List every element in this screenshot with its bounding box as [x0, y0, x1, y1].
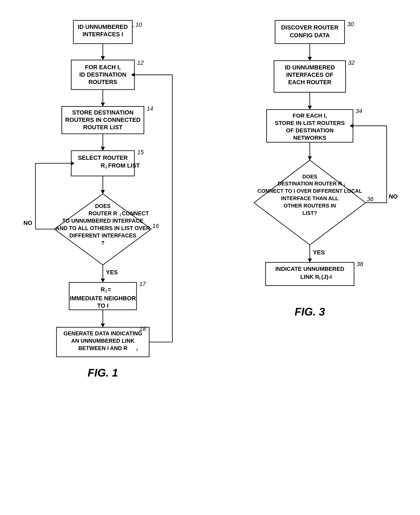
text-17c: TO I — [97, 302, 108, 309]
text-34d: NETWORKS — [293, 135, 326, 141]
ref-30: 30 — [347, 21, 354, 27]
text-16b-sub: i — [120, 213, 121, 217]
text-36e: OTHER ROUTERS IN — [284, 203, 336, 208]
text-12b: ID DESTINATION — [79, 71, 127, 78]
ref-12: 12 — [137, 59, 144, 66]
text-30b: CONFIG DATA — [290, 32, 330, 38]
fig3-label: FIG. 3 — [294, 306, 325, 318]
text-34c: OF DESTINATION — [286, 127, 333, 134]
text-10: ID UNNUMBERED — [78, 23, 128, 30]
arrowhead-17-18 — [101, 323, 105, 327]
text-16d: AND TO ALL OTHERS IN LIST OVER — [56, 225, 150, 231]
no-label-36: NO — [389, 193, 398, 200]
yes-label-16: YES — [106, 269, 118, 276]
text-38b-sub: i — [319, 276, 321, 281]
arrowhead-10-12 — [101, 56, 105, 60]
no-label-16: NO — [23, 220, 32, 226]
text-36d: INTERFACE THAN ALL — [281, 195, 338, 201]
arrowhead-15-16 — [101, 190, 105, 194]
text-10b: INTERFACES I — [82, 31, 123, 38]
text-18c: BETWEEN I AND R — [78, 345, 128, 351]
text-17a-eq: = — [108, 286, 111, 293]
fig1-panel: ID UNNUMBERED INTERFACES I 10 FOR EACH I… — [12, 10, 202, 503]
text-15b-sub: i — [106, 164, 107, 170]
text-16b: ROUTER R — [89, 210, 117, 216]
arrowhead-30-32 — [308, 57, 312, 61]
arrowhead-36-yes — [308, 259, 312, 262]
arrowhead-14-15 — [101, 147, 105, 151]
ref-36: 36 — [367, 196, 374, 202]
text-17b: IMMEDIATE NEIGHBOR — [70, 295, 136, 301]
ref-38: 38 — [357, 261, 363, 267]
text-30a: DISCOVER ROUTER — [281, 24, 338, 31]
text-14a: STORE DESTINATION — [72, 109, 134, 116]
ref-16: 16 — [152, 223, 159, 229]
diamond-36 — [254, 160, 366, 245]
fig3-panel: DISCOVER ROUTER CONFIG DATA 30 ID UNNUMB… — [218, 10, 408, 503]
ref-18: 18 — [139, 325, 146, 332]
text-38a: INDICATE UNNUMBERED — [275, 266, 344, 272]
ref-10: 10 — [135, 22, 142, 28]
ref-32: 32 — [348, 59, 355, 66]
text-32c: EACH ROUTER — [288, 79, 331, 85]
text-16c: TO UNNUMBERED INTERFACE — [62, 218, 143, 224]
arrowhead-34-36 — [308, 156, 312, 160]
fig3-svg: DISCOVER ROUTER CONFIG DATA 30 ID UNNUMB… — [218, 10, 408, 503]
text-15a: SELECT ROUTER — [78, 154, 128, 161]
fig1-svg: ID UNNUMBERED INTERFACES I 10 FOR EACH I… — [12, 10, 202, 503]
text-36f: LIST? — [302, 210, 317, 216]
arrowhead-12-14 — [101, 103, 105, 107]
ref-17: 17 — [139, 281, 146, 287]
page-wrapper: ID UNNUMBERED INTERFACES I 10 FOR EACH I… — [0, 0, 420, 515]
text-16b-rest: CONNECT — [122, 210, 149, 216]
text-15b-rest: FROM LIST — [108, 162, 140, 169]
text-15b: R — [101, 162, 105, 169]
text-17a: R — [101, 286, 105, 293]
text-36a: DOES — [302, 174, 317, 179]
text-32b: INTERFACES OF — [286, 71, 333, 78]
text-16e: DIFFERENT INTERFACES — [69, 232, 136, 239]
text-18a: GENERATE DATA INDICATING — [63, 331, 142, 337]
text-36c: CONNECT TO I OVER DIFFERENT LOCAL — [257, 188, 362, 194]
text-32a: ID UNNUMBERED — [285, 64, 335, 71]
text-14c: ROUTER LIST — [83, 124, 122, 131]
text-12c: ROUTERS — [88, 79, 117, 85]
text-17a-sub: i — [106, 288, 107, 293]
ref-15: 15 — [137, 149, 144, 155]
fig1-label: FIG. 1 — [88, 367, 118, 379]
text-36b: DESTINATION ROUTER R — [278, 181, 342, 186]
arrowhead-32-34 — [308, 106, 312, 110]
text-38b-rest: (J)-I — [321, 274, 332, 280]
text-34a: FOR EACH I, — [292, 112, 327, 119]
ref-14: 14 — [147, 105, 153, 112]
text-38b: LINK R — [300, 274, 319, 280]
text-34b: STORE IN LIST ROUTERS — [275, 120, 345, 126]
text-18c-sub: i — [136, 347, 138, 352]
text-18b: AN UNNUMBERED LINK — [71, 338, 135, 344]
text-12a: FOR EACH I, — [85, 64, 120, 70]
yes-label-36: YES — [313, 249, 325, 256]
text-14b: ROUTERS IN CONNECTED — [65, 116, 140, 123]
text-16f: ? — [101, 240, 104, 246]
arrowhead-16-yes — [101, 279, 105, 283]
ref-34: 34 — [356, 108, 362, 114]
text-16a: DOES — [95, 203, 111, 209]
text-36b-sub: i — [344, 183, 345, 187]
